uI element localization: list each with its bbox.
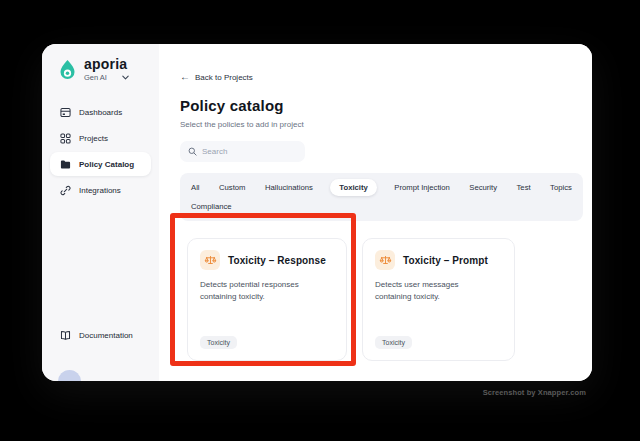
book-icon	[60, 330, 71, 341]
card-tag: Toxicity	[200, 336, 237, 349]
scales-icon	[200, 250, 220, 270]
tab-prompt-injection[interactable]: Prompt Injection	[392, 179, 452, 196]
sidebar-item-label: Documentation	[79, 331, 133, 340]
sidebar-item-dashboards[interactable]: Dashboards	[50, 100, 151, 124]
sidebar-item-policy-catalog[interactable]: Policy Catalog	[50, 152, 151, 176]
search-input[interactable]	[202, 147, 297, 156]
page-title: Policy catalog	[180, 97, 583, 114]
arrow-left-icon: ←	[180, 73, 190, 81]
search-icon	[188, 147, 197, 156]
sidebar-spacer	[50, 202, 151, 323]
scales-icon	[375, 250, 395, 270]
tab-custom[interactable]: Custom	[217, 179, 248, 196]
search-box[interactable]	[180, 141, 305, 162]
tab-security[interactable]: Security	[467, 179, 499, 196]
tabs-row-2: Compliance	[189, 198, 574, 215]
app-window: aporia Gen AI Dashboards	[42, 44, 592, 381]
link-icon	[60, 185, 71, 196]
sidebar-item-projects[interactable]: Projects	[50, 126, 151, 150]
sidebar-item-label: Policy Catalog	[79, 160, 134, 169]
back-to-projects-link[interactable]: ← Back to Projects	[180, 73, 253, 82]
tab-hallucinations[interactable]: Hallucinations	[263, 179, 315, 196]
folder-icon	[60, 159, 71, 170]
workspace-label: Gen AI	[84, 73, 107, 82]
tab-topics[interactable]: Topics	[548, 179, 574, 196]
card-header: Toxicity – Prompt	[375, 250, 502, 270]
main-content: ← Back to Projects Policy catalog Select…	[159, 44, 592, 381]
brand: aporia Gen AI	[50, 57, 151, 82]
policy-card-toxicity-response[interactable]: Toxicity – Response Detects potential re…	[187, 238, 347, 361]
back-link-label: Back to Projects	[195, 73, 253, 82]
card-description: Detects user messages containing toxicit…	[375, 279, 502, 304]
tab-test[interactable]: Test	[515, 179, 533, 196]
sidebar-item-documentation[interactable]: Documentation	[50, 323, 151, 347]
projects-grid-icon	[60, 133, 71, 144]
sidebar-item-label: Integrations	[79, 186, 121, 195]
card-header: Toxicity – Response	[200, 250, 334, 270]
avatar[interactable]	[58, 370, 81, 381]
tab-all[interactable]: All	[189, 179, 202, 196]
dashboard-icon	[60, 107, 71, 118]
card-description: Detects potential responses containing t…	[200, 279, 334, 304]
policy-card-toxicity-prompt[interactable]: Toxicity – Prompt Detects user messages …	[362, 238, 515, 361]
sidebar: aporia Gen AI Dashboards	[42, 44, 159, 381]
policy-cards: Toxicity – Response Detects potential re…	[180, 238, 583, 361]
tab-compliance[interactable]: Compliance	[189, 198, 234, 215]
tabs-row-1: All Custom Hallucinations Toxicity Promp…	[189, 178, 574, 196]
chevron-down-icon[interactable]	[121, 73, 130, 82]
sidebar-nav: Dashboards Projects Policy Catalog Integ…	[50, 100, 151, 202]
watermark-text: Screenshot by Xnapper.com	[483, 388, 586, 397]
tab-toxicity[interactable]: Toxicity	[330, 179, 376, 196]
card-title: Toxicity – Prompt	[403, 255, 488, 266]
brand-name: aporia	[84, 57, 130, 72]
card-title: Toxicity – Response	[228, 255, 326, 266]
category-tabs: All Custom Hallucinations Toxicity Promp…	[180, 173, 583, 221]
card-tag: Toxicity	[375, 336, 412, 349]
sidebar-item-integrations[interactable]: Integrations	[50, 178, 151, 202]
aporia-drop-icon	[57, 59, 78, 82]
sidebar-item-label: Projects	[79, 134, 108, 143]
page-subtitle: Select the policies to add in project	[180, 120, 583, 129]
sidebar-item-label: Dashboards	[79, 108, 122, 117]
brand-text: aporia Gen AI	[84, 57, 130, 82]
